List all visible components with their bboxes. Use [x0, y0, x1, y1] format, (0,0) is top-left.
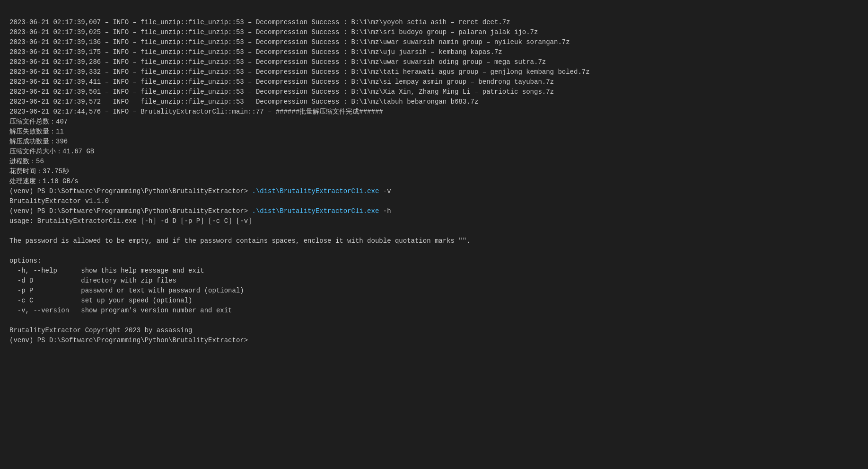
- command-link: .\dist\BrutalityExtractorCli.exe: [252, 207, 379, 215]
- terminal-line: 2023-06-21 02:17:39,286 – INFO – file_un…: [9, 57, 859, 67]
- terminal-line: 解压失败数量：11: [9, 127, 859, 137]
- prompt-text: (venv) PS D:\Software\Programming\Python…: [9, 207, 252, 215]
- terminal-line: -v, --version show program's version num…: [9, 306, 859, 316]
- terminal-line: BrutalityExtractor Copyright 2023 by ass…: [9, 326, 859, 336]
- prompt-text: (venv) PS D:\Software\Programming\Python…: [9, 187, 252, 195]
- prompt-text: (venv) PS D:\Software\Programming\Python…: [9, 336, 252, 344]
- terminal-line: -p P password or text with password (opt…: [9, 286, 859, 296]
- terminal-line: 压缩文件总数：407: [9, 117, 859, 127]
- terminal-output: 2023-06-21 02:17:39,007 – INFO – file_un…: [9, 8, 859, 345]
- terminal-line: options:: [9, 256, 859, 266]
- terminal-line: (venv) PS D:\Software\Programming\Python…: [9, 186, 859, 196]
- terminal-line: 解压成功数量：396: [9, 137, 859, 147]
- terminal-line: 进程数：56: [9, 157, 859, 167]
- command-link: .\dist\BrutalityExtractorCli.exe: [252, 187, 379, 195]
- terminal-line: 2023-06-21 02:17:39,332 – INFO – file_un…: [9, 67, 859, 77]
- terminal-line: usage: BrutalityExtractorCli.exe [-h] -d…: [9, 216, 859, 226]
- terminal-line: -h, --help show this help message and ex…: [9, 266, 859, 276]
- terminal-line: 花费时间：37.75秒: [9, 167, 859, 177]
- terminal-line: 2023-06-21 02:17:39,136 – INFO – file_un…: [9, 37, 859, 47]
- terminal-line: 2023-06-21 02:17:39,411 – INFO – file_un…: [9, 77, 859, 87]
- terminal-line: 压缩文件总大小：41.67 GB: [9, 147, 859, 157]
- terminal-line: -d D directory with zip files: [9, 276, 859, 286]
- terminal-line: (venv) PS D:\Software\Programming\Python…: [9, 206, 859, 216]
- terminal-line: -c C set up your speed (optional): [9, 296, 859, 306]
- terminal-line: 处理速度：1.10 GB/s: [9, 177, 859, 186]
- terminal-line: (venv) PS D:\Software\Programming\Python…: [9, 336, 859, 345]
- command-arg: -v: [379, 187, 391, 195]
- terminal-line: 2023-06-21 02:17:39,025 – INFO – file_un…: [9, 27, 859, 37]
- terminal-line: 2023-06-21 02:17:39,007 – INFO – file_un…: [9, 18, 859, 27]
- terminal-line: 2023-06-21 02:17:44,576 – INFO – Brutali…: [9, 107, 859, 117]
- terminal-line: 2023-06-21 02:17:39,175 – INFO – file_un…: [9, 47, 859, 57]
- terminal-line: BrutalityExtractor v1.1.0: [9, 196, 859, 206]
- terminal-line: The password is allowed to be empty, and…: [9, 236, 859, 246]
- terminal-line: 2023-06-21 02:17:39,572 – INFO – file_un…: [9, 97, 859, 107]
- command-arg: -h: [379, 207, 391, 215]
- terminal-line: 2023-06-21 02:17:39,501 – INFO – file_un…: [9, 87, 859, 97]
